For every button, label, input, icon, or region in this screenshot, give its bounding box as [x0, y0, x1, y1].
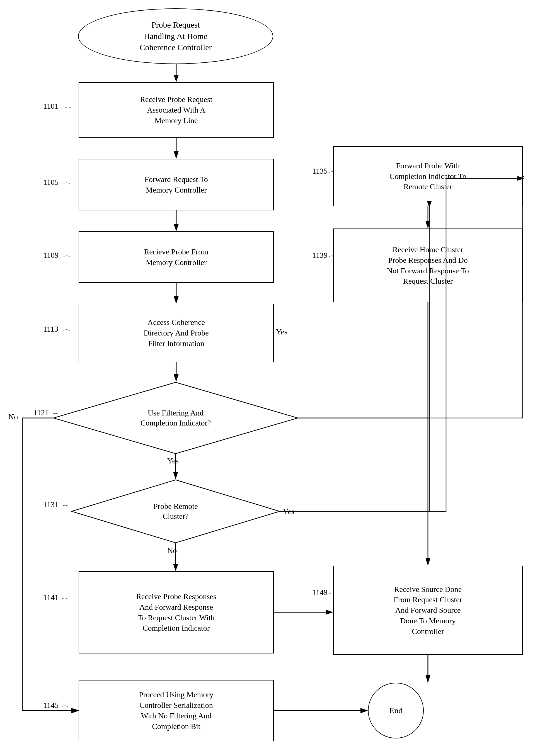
node-1109: Recieve Probe From Memory Controller: [79, 231, 274, 283]
label-1141: 1141: [43, 593, 59, 602]
node-1139: Receive Home Cluster Probe Responses And…: [333, 228, 523, 302]
flowchart: Probe Request Handling At Home Coherence…: [0, 0, 545, 756]
label-1145: 1145: [43, 701, 59, 710]
label-1101: 1101: [43, 102, 59, 111]
start-ellipse: Probe Request Handling At Home Coherence…: [78, 8, 273, 64]
node-1131: Probe RemoteCluster?: [71, 479, 280, 543]
node-1149: Receive Source Done From Request Cluster…: [333, 566, 523, 655]
node-1131-inner: Probe RemoteCluster?: [71, 479, 280, 543]
label-1131: 1131: [43, 500, 59, 509]
node-1101: Receive Probe Request Associated With A …: [79, 82, 274, 138]
yes-label-1113: Yes: [276, 327, 288, 336]
node-1139-label: Receive Home Cluster Probe Responses And…: [383, 242, 473, 289]
label-1105: 1105: [43, 178, 59, 187]
yes-label-1121: Yes: [167, 456, 179, 465]
node-1113: Access Coherence Directory And Probe Fil…: [79, 304, 274, 362]
start-label: Probe Request Handling At Home Coherence…: [135, 17, 216, 55]
tick-1131: ⌒: [61, 504, 69, 514]
node-1105: Forward Request To Memory Controller: [79, 159, 274, 210]
no-label-1131: No: [167, 546, 177, 555]
label-1135: 1135: [312, 167, 328, 176]
label-1121: 1121: [33, 408, 49, 417]
node-1121: Use Filtering AndCompletion Indicator?: [53, 382, 298, 454]
node-1141: Receive Probe Responses And Forward Resp…: [79, 571, 274, 653]
node-1105-label: Forward Request To Memory Controller: [140, 172, 212, 198]
no-label-1121: No: [8, 412, 18, 421]
label-1149: 1149: [312, 588, 328, 597]
tick-1113: ⌒: [63, 328, 70, 339]
node-1101-label: Receive Probe Request Associated With A …: [135, 92, 217, 128]
tick-1145: ⌒: [61, 704, 69, 715]
node-1149-label: Receive Source Done From Request Cluster…: [389, 582, 467, 639]
node-1121-inner: Use Filtering AndCompletion Indicator?: [53, 382, 298, 454]
node-1145-label: Proceed Using Memory Controller Serializ…: [134, 687, 218, 734]
tick-1105: ⌒: [63, 181, 70, 192]
node-1109-label: Recieve Probe From Memory Controller: [140, 244, 213, 270]
node-1131-label: Probe RemoteCluster?: [148, 499, 203, 524]
tick-1141: ⌒: [61, 596, 69, 607]
end-circle: End: [368, 683, 424, 738]
label-1139: 1139: [312, 251, 328, 260]
tick-1109: ⌒: [63, 254, 70, 265]
node-1113-label: Access Coherence Directory And Probe Fil…: [139, 315, 213, 351]
tick-1101: ⌒: [64, 105, 72, 116]
label-1113: 1113: [43, 325, 58, 334]
node-1145: Proceed Using Memory Controller Serializ…: [79, 680, 274, 741]
yes-label-1131: Yes: [283, 507, 295, 516]
node-1135-label: Forward Probe With Completion Indicator …: [385, 158, 471, 194]
node-1121-label: Use Filtering AndCompletion Indicator?: [135, 405, 216, 431]
label-1109: 1109: [43, 251, 59, 260]
node-1135: Forward Probe With Completion Indicator …: [333, 146, 523, 206]
end-label: End: [385, 703, 407, 719]
node-1141-label: Receive Probe Responses And Forward Resp…: [132, 589, 221, 636]
